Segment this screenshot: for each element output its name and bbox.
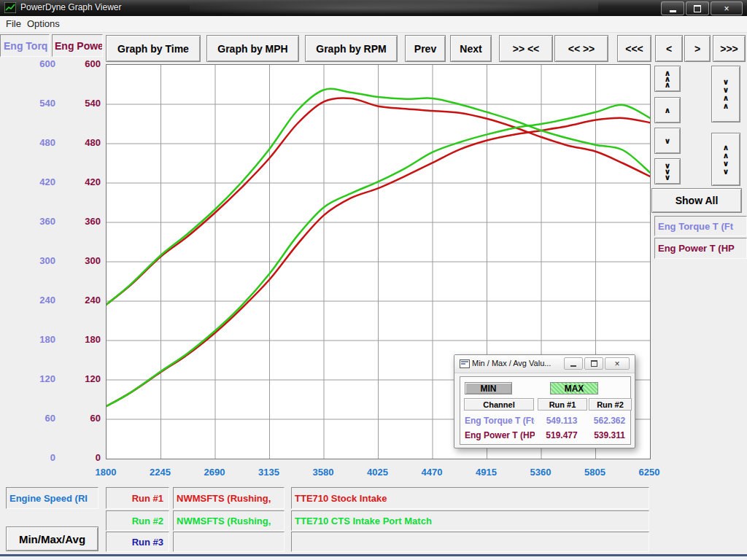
pan-right-fast-button[interactable]: >>>: [713, 35, 746, 62]
y-tick-torque: 540: [3, 98, 55, 109]
popup-title: Min / Max / Avg Valu...: [472, 359, 551, 368]
titlebar-glass: [190, 0, 598, 16]
minimize-button[interactable]: [661, 1, 684, 15]
graph-by-rpm-button[interactable]: Graph by RPM: [305, 35, 398, 62]
graph-by-time-button[interactable]: Graph by Time: [106, 35, 201, 62]
torque-axis-header[interactable]: Eng Torq: [0, 34, 50, 57]
run-description-field-1[interactable]: TTE710 Stock Intake: [291, 487, 649, 509]
channel-button-power[interactable]: Eng Power T (HP: [654, 238, 747, 259]
popup-restore-button[interactable]: [584, 357, 603, 370]
compress-vertical-button[interactable]: ∨ ∨ ∧ ∧: [711, 66, 740, 122]
max-toggle-button[interactable]: MAX: [550, 382, 598, 394]
y-tick-power: 480: [58, 137, 101, 149]
popup-minimize-button[interactable]: [564, 357, 583, 370]
y-tick-torque: 600: [3, 58, 55, 70]
run-source-text: NWMSFTS (Rushing,: [174, 516, 271, 526]
scroll-up-fast-button[interactable]: ∧ ∧ ∧: [654, 66, 681, 92]
channel-button-torque[interactable]: Eng Torque T (Ft: [654, 216, 747, 236]
channel-power-label: Eng Power T (HP: [658, 243, 735, 254]
scroll-down-button[interactable]: ∨: [654, 128, 681, 154]
minmax-popup-window[interactable]: Min / Max / Avg Valu... × MIN MAX Channe…: [454, 354, 635, 448]
scroll-down-fast-button[interactable]: ∨ ∨ ∨: [654, 158, 681, 184]
minmaxavg-button[interactable]: Min/Max/Avg: [6, 526, 98, 551]
y-tick-torque: 240: [3, 295, 55, 306]
close-button[interactable]: ×: [711, 1, 743, 15]
window-title: PowerDyne Graph Viewer: [20, 2, 122, 12]
graph-by-mph-button[interactable]: Graph by MPH: [206, 35, 299, 62]
x-tick-rpm: 6250: [626, 467, 673, 478]
y-tick-power: 600: [58, 58, 101, 70]
y-tick-torque: 60: [3, 413, 55, 424]
x-tick-rpm: 3580: [300, 467, 347, 478]
run-label: Run #2: [132, 516, 169, 526]
powerdyne-window: PowerDyne Graph Viewer × File Options En…: [0, 0, 747, 560]
scroll-up-icon: ∧: [665, 107, 671, 113]
scroll-up-fast-icon: ∧ ∧ ∧: [665, 70, 671, 88]
scroll-down-icon: ∨: [665, 138, 671, 144]
popup-header-run2[interactable]: Run #2: [589, 398, 632, 411]
app-icon: [4, 2, 16, 13]
next-button[interactable]: Next: [450, 35, 492, 62]
run-source-field-3[interactable]: [173, 532, 285, 552]
scroll-up-button[interactable]: ∧: [654, 97, 681, 123]
torque-axis-label: Eng Torq: [1, 40, 47, 52]
titlebar[interactable]: PowerDyne Graph Viewer ×: [0, 0, 747, 16]
x-channel-button[interactable]: Engine Speed (RI: [6, 487, 98, 509]
zoom-in-x-button[interactable]: >> <<: [499, 35, 553, 62]
y-tick-torque: 300: [3, 255, 55, 267]
prev-button[interactable]: Prev: [405, 35, 446, 62]
x-tick-rpm: 1800: [82, 467, 129, 478]
x-tick-rpm: 5360: [517, 467, 564, 478]
pan-right-button[interactable]: >: [684, 35, 711, 62]
popup-restore-icon: [591, 360, 597, 367]
min-toggle-button[interactable]: MIN: [465, 382, 512, 394]
maximize-button[interactable]: [686, 1, 709, 15]
menu-file[interactable]: File: [6, 18, 21, 29]
maximize-icon: [694, 5, 701, 12]
y-tick-power: 540: [58, 98, 101, 109]
run-label: Run #3: [132, 537, 169, 548]
y-tick-power: 0: [58, 452, 101, 464]
y-tick-power: 60: [58, 413, 101, 424]
x-tick-rpm: 4025: [355, 467, 401, 478]
run-source-text: NWMSFTS (Rushing,: [174, 493, 271, 504]
expand-vertical-button[interactable]: ∧ ∧ ∨ ∨: [711, 133, 740, 186]
run-description-field-3[interactable]: [291, 532, 649, 552]
x-tick-rpm: 4470: [409, 467, 455, 478]
popup-titlebar[interactable]: Min / Max / Avg Valu... ×: [454, 355, 635, 373]
menu-options[interactable]: Options: [27, 18, 60, 29]
minimize-icon: [670, 10, 676, 12]
y-tick-torque: 360: [3, 216, 55, 228]
popup-header-run1[interactable]: Run #1: [538, 398, 587, 411]
y-tick-power: 120: [58, 373, 101, 385]
y-tick-power: 240: [58, 295, 101, 306]
popup-row-run2-value: 562.362: [589, 416, 630, 426]
popup-header-channel[interactable]: Channel: [464, 398, 534, 411]
pan-left-button[interactable]: <: [655, 35, 683, 62]
run-description-field-2[interactable]: TTE710 CTS Intake Port Match: [291, 510, 649, 531]
channel-torque-label: Eng Torque T (Ft: [658, 221, 733, 232]
y-tick-torque: 0: [3, 452, 55, 464]
y-tick-torque: 180: [3, 334, 55, 346]
y-tick-power: 360: [58, 216, 101, 228]
run-source-field-1[interactable]: NWMSFTS (Rushing,: [173, 487, 285, 509]
run-source-field-2[interactable]: NWMSFTS (Rushing,: [173, 510, 285, 531]
popup-close-button[interactable]: ×: [605, 357, 630, 370]
popup-row-channel: Eng Power T (HP): [465, 430, 535, 440]
expand-vertical-icon: ∧ ∧ ∨ ∨: [723, 144, 729, 176]
y-tick-power: 180: [58, 334, 101, 346]
zoom-out-x-button[interactable]: << >>: [554, 35, 608, 62]
pan-left-fast-button[interactable]: <<<: [617, 35, 651, 62]
x-tick-rpm: 5805: [572, 467, 619, 478]
power-axis-header[interactable]: Eng Powe: [52, 34, 103, 57]
run-label: Run #1: [132, 493, 169, 504]
close-icon: ×: [724, 4, 729, 13]
show-all-button[interactable]: Show All: [651, 188, 742, 213]
power-axis-label: Eng Powe: [53, 40, 103, 52]
popup-row-channel: Eng Torque T (Ft-: [465, 416, 535, 426]
x-tick-rpm: 3135: [246, 467, 293, 478]
compress-vertical-icon: ∨ ∨ ∧ ∧: [723, 78, 729, 110]
popup-row-run2-value: 539.311: [589, 430, 630, 440]
menubar: File Options: [0, 16, 747, 33]
x-channel-label: Engine Speed (RI: [7, 493, 88, 504]
